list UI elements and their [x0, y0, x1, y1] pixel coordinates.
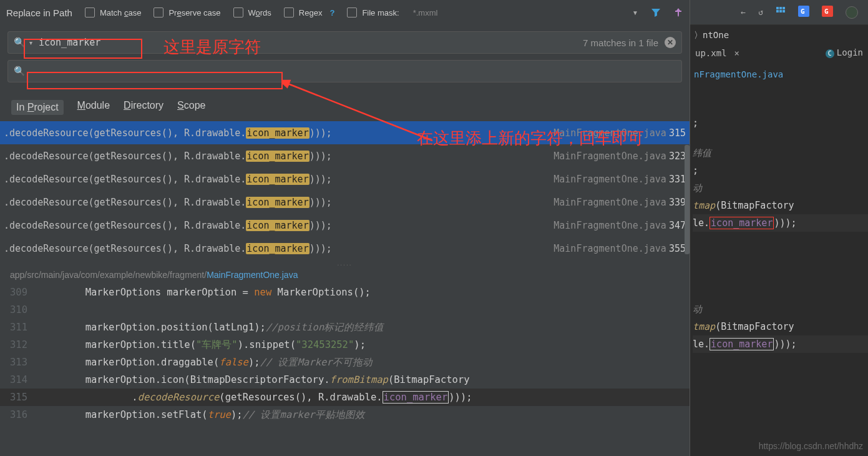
tab-upxml[interactable]: up.xml [695, 48, 727, 58]
svg-rect-3 [776, 10, 779, 12]
results-scrollbar[interactable] [685, 145, 690, 254]
scope-directory[interactable]: Directory [124, 100, 163, 115]
right-file-path[interactable]: nFragmentOne.java [690, 66, 868, 83]
file-mask-dropdown-icon[interactable]: ▼ [632, 9, 638, 16]
scope-in-project[interactable]: In Project [11, 100, 64, 115]
avatar-icon[interactable] [846, 6, 858, 19]
match-case-checkbox[interactable]: Match case [85, 7, 141, 17]
results-list: .decodeResource(getResources(), R.drawab… [0, 121, 690, 260]
file-mask-value[interactable]: *.mxml [413, 8, 438, 17]
result-row[interactable]: .decodeResource(getResources(), R.drawab… [0, 237, 690, 260]
replace-field-row: 🔍 [7, 60, 682, 82]
result-row[interactable]: .decodeResource(getResources(), R.drawab… [0, 121, 690, 144]
svg-rect-0 [776, 7, 779, 9]
svg-rect-2 [783, 7, 785, 9]
replace-input[interactable] [32, 66, 676, 77]
search-input[interactable] [39, 37, 577, 48]
regex-help-icon[interactable]: ? [329, 8, 334, 17]
grid-icon[interactable] [776, 6, 786, 18]
search-field-row: 🔍 ▾ 7 matches in 1 file ✕ [7, 31, 682, 54]
history-icon[interactable]: ↺ [758, 7, 763, 17]
replace-dialog: Replace in Path Match case Preserve case… [0, 0, 690, 456]
pin-icon[interactable] [673, 7, 683, 17]
dialog-title: Replace in Path [6, 7, 72, 18]
background-editor: ← ↺ G G 〉ntOne up.xml × CLogin nFragment… [690, 0, 868, 456]
svg-rect-5 [783, 10, 785, 12]
regex-checkbox[interactable]: Regex [284, 7, 323, 17]
scope-module[interactable]: Module [77, 100, 110, 115]
dialog-header: Replace in Path Match case Preserve case… [0, 0, 690, 25]
file-mask-checkbox[interactable]: File mask: [347, 7, 399, 17]
svg-text:G: G [801, 7, 805, 16]
preview-breadcrumb: app/src/main/java/com/example/newbike/fr… [0, 266, 690, 284]
right-editor-code[interactable]: ; 纬值 ; 动 tmap(BitmapFactory le.icon_mark… [690, 83, 868, 353]
scope-scope[interactable]: Scope [177, 100, 205, 115]
translate-icon-2[interactable]: G [822, 6, 833, 19]
result-row[interactable]: .decodeResource(getResources(), R.drawab… [0, 144, 690, 167]
clear-search-icon[interactable]: ✕ [665, 37, 676, 48]
scope-tabs: In Project Module Directory Scope [0, 100, 690, 121]
match-count: 7 matches in 1 file [583, 37, 658, 48]
result-row[interactable]: .decodeResource(getResources(), R.drawab… [0, 167, 690, 191]
svg-rect-4 [779, 10, 782, 12]
search-icon: 🔍 [14, 37, 26, 48]
translate-icon-1[interactable]: G [798, 6, 809, 19]
preserve-case-checkbox[interactable]: Preserve case [154, 7, 220, 17]
close-tab-icon[interactable]: × [734, 48, 739, 58]
ide-toolbar: ← ↺ G G [690, 0, 868, 25]
resize-handle[interactable]: ..... [0, 260, 690, 266]
replace-icon: 🔍 [14, 66, 26, 77]
filter-icon[interactable] [651, 7, 661, 17]
search-history-dropdown-icon[interactable]: ▾ [29, 39, 32, 46]
watermark: https://blog.csdn.net/hhdhz [759, 441, 863, 451]
words-checkbox[interactable]: Words [233, 7, 271, 17]
right-breadcrumb[interactable]: 〉ntOne [690, 25, 868, 44]
svg-text:G: G [824, 7, 829, 16]
result-row[interactable]: .decodeResource(getResources(), R.drawab… [0, 191, 690, 214]
result-row[interactable]: .decodeResource(getResources(), R.drawab… [0, 214, 690, 237]
preview-editor[interactable]: 309 MarkerOptions markerOption = new Mar… [0, 284, 690, 424]
editor-tabs: up.xml × CLogin [690, 44, 868, 66]
svg-rect-1 [779, 7, 782, 9]
tab-login[interactable]: CLogin [826, 47, 863, 58]
back-icon[interactable]: ← [741, 7, 746, 17]
